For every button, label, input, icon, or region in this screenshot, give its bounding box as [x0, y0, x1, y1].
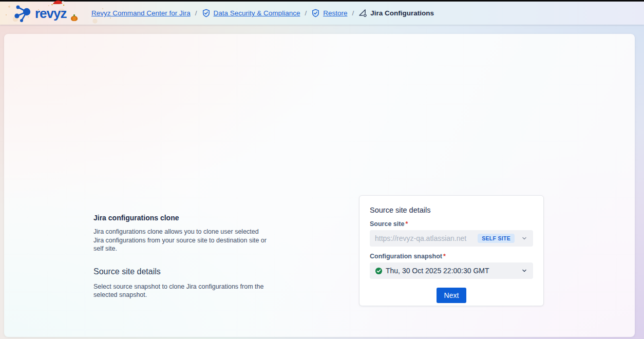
santa-hat-icon: [50, 0, 66, 9]
check-circle-icon: [375, 267, 383, 275]
breadcrumb-link-command-center[interactable]: Revyz Command Center for Jira: [91, 9, 191, 17]
source-site-select[interactable]: https://revyz-qa.atlassian.net SELF SITE: [370, 230, 533, 247]
app-header: revyz Revyz Command Center for Jira /: [0, 2, 644, 25]
breadcrumb-link-data-security[interactable]: Data Security & Compliance: [214, 9, 300, 17]
chevron-down-icon: [521, 267, 528, 274]
card-actions: Next: [370, 288, 533, 303]
next-button[interactable]: Next: [437, 288, 467, 303]
breadcrumb: Revyz Command Center for Jira / Data Sec…: [91, 9, 434, 17]
revyz-molecule-icon: [13, 4, 33, 23]
section-title: Source site details: [93, 267, 269, 276]
breadcrumb-separator: /: [195, 9, 197, 17]
configuration-snapshot-label: Configuration snapshot*: [370, 253, 533, 260]
pumpkin-icon: [71, 16, 78, 21]
intro-section: Jira configurations clone Jira configura…: [93, 214, 269, 299]
breadcrumb-current-label: Jira Configurations: [370, 9, 434, 17]
section-description: Select source snapshot to clone Jira con…: [93, 282, 269, 299]
source-site-details-card: Source site details Source site* https:/…: [359, 195, 544, 306]
chevron-down-icon: [521, 235, 528, 242]
breadcrumb-separator: /: [305, 9, 307, 17]
configuration-snapshot-value: Thu, 30 Oct 2025 22:00:30 GMT: [386, 267, 521, 275]
breadcrumb-current: Jira Configurations: [358, 9, 434, 17]
shield-check-icon: [311, 9, 320, 17]
configuration-snapshot-select[interactable]: Thu, 30 Oct 2025 22:00:30 GMT: [370, 262, 533, 279]
required-asterisk: *: [443, 253, 446, 260]
required-asterisk: *: [405, 220, 408, 228]
source-site-label: Source site*: [370, 220, 533, 228]
shield-check-icon: [202, 9, 211, 17]
screen: revyz Revyz Command Center for Jira /: [0, 0, 644, 339]
source-site-placeholder: https://revyz-qa.atlassian.net: [375, 234, 478, 242]
configurations-icon: [358, 9, 367, 17]
self-site-badge: SELF SITE: [478, 234, 515, 243]
breadcrumb-separator: /: [352, 9, 354, 17]
page-description: Jira configurations clone allows you to …: [93, 228, 269, 253]
page-background: Jira configurations clone Jira configura…: [0, 25, 644, 339]
breadcrumb-link-restore[interactable]: Restore: [323, 9, 347, 17]
revyz-logo[interactable]: revyz: [13, 4, 81, 23]
content-panel: Jira configurations clone Jira configura…: [4, 34, 635, 337]
card-title: Source site details: [370, 206, 533, 214]
page-title: Jira configurations clone: [93, 214, 269, 222]
